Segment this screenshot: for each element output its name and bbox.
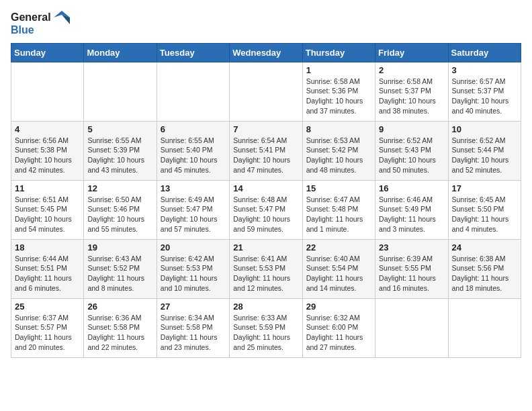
calendar-cell: 19Sunrise: 6:43 AM Sunset: 5:52 PM Dayli… bbox=[84, 239, 157, 298]
calendar-cell: 18Sunrise: 6:44 AM Sunset: 5:51 PM Dayli… bbox=[11, 239, 84, 298]
day-number: 20 bbox=[161, 242, 226, 253]
calendar-cell: 16Sunrise: 6:46 AM Sunset: 5:49 PM Dayli… bbox=[375, 180, 448, 239]
logo: General Blue bbox=[11, 11, 70, 36]
day-of-week-header: Saturday bbox=[448, 43, 521, 62]
calendar-cell bbox=[157, 62, 229, 121]
svg-marker-0 bbox=[54, 11, 70, 17]
calendar-cell bbox=[84, 62, 157, 121]
day-number: 13 bbox=[161, 183, 226, 193]
day-number: 17 bbox=[452, 183, 517, 193]
day-info: Sunrise: 6:48 AM Sunset: 5:47 PM Dayligh… bbox=[233, 195, 298, 234]
day-info: Sunrise: 6:34 AM Sunset: 5:58 PM Dayligh… bbox=[161, 313, 226, 353]
calendar-cell: 21Sunrise: 6:41 AM Sunset: 5:53 PM Dayli… bbox=[230, 239, 302, 298]
calendar-week-row: 4Sunrise: 6:56 AM Sunset: 5:38 PM Daylig… bbox=[11, 121, 521, 180]
day-info: Sunrise: 6:58 AM Sunset: 5:37 PM Dayligh… bbox=[379, 77, 444, 116]
day-of-week-header: Monday bbox=[84, 43, 157, 62]
day-info: Sunrise: 6:42 AM Sunset: 5:53 PM Dayligh… bbox=[161, 254, 226, 293]
day-info: Sunrise: 6:57 AM Sunset: 5:37 PM Dayligh… bbox=[452, 77, 517, 116]
page-header: General Blue bbox=[11, 11, 521, 36]
day-number: 15 bbox=[306, 183, 371, 193]
calendar-cell: 14Sunrise: 6:48 AM Sunset: 5:47 PM Dayli… bbox=[230, 180, 302, 239]
calendar-cell: 5Sunrise: 6:55 AM Sunset: 5:39 PM Daylig… bbox=[84, 121, 157, 180]
day-number: 4 bbox=[15, 124, 80, 134]
calendar-cell: 10Sunrise: 6:52 AM Sunset: 5:44 PM Dayli… bbox=[448, 121, 521, 180]
day-info: Sunrise: 6:53 AM Sunset: 5:42 PM Dayligh… bbox=[306, 136, 371, 175]
calendar-cell bbox=[11, 62, 84, 121]
day-number: 25 bbox=[15, 302, 80, 312]
day-info: Sunrise: 6:32 AM Sunset: 6:00 PM Dayligh… bbox=[306, 313, 371, 353]
day-number: 18 bbox=[15, 242, 80, 253]
day-of-week-header: Tuesday bbox=[157, 43, 229, 62]
day-number: 14 bbox=[233, 183, 298, 193]
calendar-cell bbox=[230, 62, 302, 121]
day-info: Sunrise: 6:36 AM Sunset: 5:58 PM Dayligh… bbox=[87, 313, 152, 353]
day-number: 6 bbox=[161, 124, 226, 134]
day-number: 3 bbox=[452, 65, 517, 75]
day-info: Sunrise: 6:43 AM Sunset: 5:52 PM Dayligh… bbox=[87, 254, 152, 293]
day-number: 1 bbox=[306, 65, 371, 75]
calendar-cell: 8Sunrise: 6:53 AM Sunset: 5:42 PM Daylig… bbox=[302, 121, 375, 180]
day-info: Sunrise: 6:55 AM Sunset: 5:39 PM Dayligh… bbox=[87, 136, 152, 175]
day-number: 2 bbox=[379, 65, 444, 75]
calendar-week-row: 11Sunrise: 6:51 AM Sunset: 5:45 PM Dayli… bbox=[11, 180, 521, 239]
calendar-cell: 13Sunrise: 6:49 AM Sunset: 5:47 PM Dayli… bbox=[157, 180, 229, 239]
day-info: Sunrise: 6:44 AM Sunset: 5:51 PM Dayligh… bbox=[15, 254, 80, 293]
day-number: 9 bbox=[379, 124, 444, 134]
calendar-cell: 4Sunrise: 6:56 AM Sunset: 5:38 PM Daylig… bbox=[11, 121, 84, 180]
calendar-cell: 26Sunrise: 6:36 AM Sunset: 5:58 PM Dayli… bbox=[84, 298, 157, 357]
day-of-week-header: Friday bbox=[375, 43, 448, 62]
calendar-cell: 27Sunrise: 6:34 AM Sunset: 5:58 PM Dayli… bbox=[157, 298, 229, 357]
day-info: Sunrise: 6:40 AM Sunset: 5:54 PM Dayligh… bbox=[306, 254, 371, 293]
calendar-cell: 23Sunrise: 6:39 AM Sunset: 5:55 PM Dayli… bbox=[375, 239, 448, 298]
day-number: 16 bbox=[379, 183, 444, 193]
calendar-cell: 24Sunrise: 6:38 AM Sunset: 5:56 PM Dayli… bbox=[448, 239, 521, 298]
calendar-cell: 1Sunrise: 6:58 AM Sunset: 5:36 PM Daylig… bbox=[302, 62, 375, 121]
day-info: Sunrise: 6:55 AM Sunset: 5:40 PM Dayligh… bbox=[161, 136, 226, 175]
day-of-week-header: Thursday bbox=[302, 43, 375, 62]
day-info: Sunrise: 6:51 AM Sunset: 5:45 PM Dayligh… bbox=[15, 195, 80, 234]
calendar-cell bbox=[448, 298, 521, 357]
calendar-cell: 3Sunrise: 6:57 AM Sunset: 5:37 PM Daylig… bbox=[448, 62, 521, 121]
day-info: Sunrise: 6:45 AM Sunset: 5:50 PM Dayligh… bbox=[452, 195, 517, 234]
calendar-cell: 12Sunrise: 6:50 AM Sunset: 5:46 PM Dayli… bbox=[84, 180, 157, 239]
day-number: 22 bbox=[306, 242, 371, 253]
day-info: Sunrise: 6:38 AM Sunset: 5:56 PM Dayligh… bbox=[452, 254, 517, 293]
calendar-cell: 6Sunrise: 6:55 AM Sunset: 5:40 PM Daylig… bbox=[157, 121, 229, 180]
calendar-cell: 7Sunrise: 6:54 AM Sunset: 5:41 PM Daylig… bbox=[230, 121, 302, 180]
logo-general: General bbox=[11, 11, 51, 24]
calendar-cell: 22Sunrise: 6:40 AM Sunset: 5:54 PM Dayli… bbox=[302, 239, 375, 298]
day-number: 26 bbox=[87, 302, 152, 312]
calendar-cell: 9Sunrise: 6:52 AM Sunset: 5:43 PM Daylig… bbox=[375, 121, 448, 180]
day-info: Sunrise: 6:58 AM Sunset: 5:36 PM Dayligh… bbox=[306, 77, 371, 116]
day-number: 11 bbox=[15, 183, 80, 193]
day-of-week-header: Sunday bbox=[11, 43, 84, 62]
day-info: Sunrise: 6:52 AM Sunset: 5:43 PM Dayligh… bbox=[379, 136, 444, 175]
calendar-cell: 17Sunrise: 6:45 AM Sunset: 5:50 PM Dayli… bbox=[448, 180, 521, 239]
calendar-week-row: 25Sunrise: 6:37 AM Sunset: 5:57 PM Dayli… bbox=[11, 298, 521, 357]
calendar-cell: 15Sunrise: 6:47 AM Sunset: 5:48 PM Dayli… bbox=[302, 180, 375, 239]
day-number: 21 bbox=[233, 242, 298, 253]
calendar-cell: 29Sunrise: 6:32 AM Sunset: 6:00 PM Dayli… bbox=[302, 298, 375, 357]
day-number: 23 bbox=[379, 242, 444, 253]
day-info: Sunrise: 6:33 AM Sunset: 5:59 PM Dayligh… bbox=[233, 313, 298, 353]
day-number: 19 bbox=[87, 242, 152, 253]
day-info: Sunrise: 6:49 AM Sunset: 5:47 PM Dayligh… bbox=[161, 195, 226, 234]
day-info: Sunrise: 6:37 AM Sunset: 5:57 PM Dayligh… bbox=[15, 313, 80, 353]
day-info: Sunrise: 6:56 AM Sunset: 5:38 PM Dayligh… bbox=[15, 136, 80, 175]
calendar-cell: 28Sunrise: 6:33 AM Sunset: 5:59 PM Dayli… bbox=[230, 298, 302, 357]
day-number: 24 bbox=[452, 242, 517, 253]
day-info: Sunrise: 6:47 AM Sunset: 5:48 PM Dayligh… bbox=[306, 195, 371, 234]
day-number: 29 bbox=[306, 302, 371, 312]
day-info: Sunrise: 6:54 AM Sunset: 5:41 PM Dayligh… bbox=[233, 136, 298, 175]
day-number: 12 bbox=[87, 183, 152, 193]
logo-bird-icon bbox=[54, 11, 70, 24]
day-number: 5 bbox=[87, 124, 152, 134]
day-number: 27 bbox=[161, 302, 226, 312]
calendar-week-row: 1Sunrise: 6:58 AM Sunset: 5:36 PM Daylig… bbox=[11, 62, 521, 121]
day-number: 8 bbox=[306, 124, 371, 134]
calendar-cell: 25Sunrise: 6:37 AM Sunset: 5:57 PM Dayli… bbox=[11, 298, 84, 357]
calendar-cell: 11Sunrise: 6:51 AM Sunset: 5:45 PM Dayli… bbox=[11, 180, 84, 239]
day-number: 10 bbox=[452, 124, 517, 134]
day-info: Sunrise: 6:46 AM Sunset: 5:49 PM Dayligh… bbox=[379, 195, 444, 234]
calendar-week-row: 18Sunrise: 6:44 AM Sunset: 5:51 PM Dayli… bbox=[11, 239, 521, 298]
